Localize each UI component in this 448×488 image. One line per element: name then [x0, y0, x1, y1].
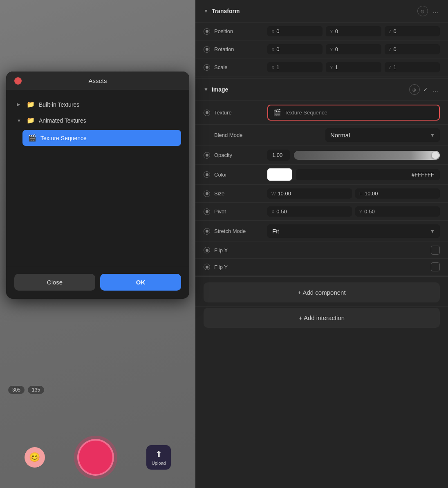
tree-item-built-in[interactable]: ▶ 📁 Built-in Textures	[14, 96, 181, 112]
size-radio[interactable]	[204, 190, 210, 197]
opacity-label: Opacity	[214, 152, 263, 158]
position-y-val: 0	[335, 28, 338, 34]
x-axis-label: X	[271, 29, 274, 34]
dialog-body: ▶ 📁 Built-in Textures ▼ 📁 Animated Textu…	[6, 90, 189, 152]
size-h-val: 10.00	[365, 190, 378, 197]
h-axis-label: H	[359, 191, 363, 196]
folder-icon: 📁	[27, 101, 35, 108]
opacity-slider-thumb[interactable]	[432, 152, 439, 159]
badge-bar: 305 135	[8, 386, 44, 394]
scale-z-val: 1	[393, 64, 396, 70]
px-axis-label: X	[271, 209, 274, 214]
close-button[interactable]: Close	[14, 274, 95, 291]
flip-y-radio[interactable]	[204, 264, 210, 270]
selected-item-label: Texture Sequence	[40, 135, 87, 141]
blend-mode-row: Blend Mode Normal ▼	[195, 125, 448, 146]
opacity-slider[interactable]	[294, 151, 440, 160]
size-w-val: 10.00	[278, 190, 291, 197]
pivot-y-field[interactable]: Y 0.50	[355, 206, 440, 217]
color-radio[interactable]	[204, 171, 210, 178]
add-interaction-button[interactable]: + Add interaction	[204, 308, 440, 328]
texture-seq-icon: 🎬	[273, 109, 281, 116]
stretch-dropdown-arrow-icon: ▼	[430, 228, 435, 234]
sz-axis-label: Z	[389, 65, 392, 70]
opacity-radio[interactable]	[204, 152, 210, 159]
texture-value-box[interactable]: 🎬 Texture Sequence	[267, 105, 440, 121]
chevron-right-icon: ▶	[17, 102, 22, 107]
transform-more-icon[interactable]: ...	[431, 7, 440, 15]
position-y-field[interactable]: Y 0	[326, 26, 381, 36]
flip-x-checkbox[interactable]	[431, 246, 440, 255]
add-component-button[interactable]: + Add component	[204, 282, 440, 302]
divider-1	[195, 276, 448, 277]
flip-x-radio[interactable]	[204, 247, 210, 253]
rx-axis-label: X	[271, 47, 274, 52]
badge-135: 135	[28, 386, 44, 394]
blend-mode-dropdown[interactable]: Normal ▼	[325, 128, 440, 142]
z-axis-label: Z	[389, 29, 392, 34]
texture-row: Texture 🎬 Texture Sequence	[195, 101, 448, 125]
scale-y-field[interactable]: Y 1	[326, 62, 381, 72]
scale-row: Scale X 1 Y 1 Z 1	[195, 58, 448, 76]
color-hex-value: #FFFFFF	[296, 169, 440, 180]
rotation-y-field[interactable]: Y 0	[326, 44, 381, 54]
tree-label-animated: Animated Textures	[39, 117, 86, 124]
dialog-close-dot[interactable]	[14, 77, 22, 85]
flip-y-checkbox[interactable]	[431, 262, 440, 271]
size-h-field[interactable]: H 10.00	[355, 188, 440, 199]
stretch-mode-label: Stretch Mode	[214, 228, 263, 234]
image-section-header: ▼ Image ◎ ✓ ...	[195, 78, 448, 101]
image-checkmark-icon[interactable]: ✓	[423, 86, 428, 93]
scale-z-field[interactable]: Z 1	[385, 62, 440, 72]
flip-y-row: Flip Y	[195, 259, 448, 275]
rotation-radio[interactable]	[204, 46, 210, 53]
scale-radio[interactable]	[204, 64, 210, 71]
size-wh-group: W 10.00 H 10.00	[267, 188, 440, 199]
scale-x-field[interactable]: X 1	[267, 62, 323, 72]
pivot-xy-group: X 0.50 Y 0.50	[267, 206, 440, 217]
divider-2	[195, 307, 448, 307]
size-w-field[interactable]: W 10.00	[267, 188, 352, 199]
image-target-icon[interactable]: ◎	[409, 84, 420, 95]
transform-target-icon[interactable]: ◎	[417, 6, 428, 16]
position-radio[interactable]	[204, 28, 210, 35]
rotation-x-val: 0	[276, 46, 279, 52]
stretch-mode-row: Stretch Mode Fit ▼	[195, 221, 448, 242]
position-x-field[interactable]: X 0	[267, 26, 323, 36]
upload-icon: ⬆	[155, 449, 162, 459]
position-xyz-group: X 0 Y 0 Z 0	[267, 26, 440, 36]
opacity-row: Opacity 1.00	[195, 146, 448, 165]
position-z-field[interactable]: Z 0	[385, 26, 440, 36]
texture-seq-value: Texture Sequence	[284, 110, 327, 116]
rotation-x-field[interactable]: X 0	[267, 44, 323, 54]
py-axis-label: Y	[359, 209, 362, 214]
texture-seq-dialog-icon: 🎬	[28, 134, 36, 142]
y-axis-label: Y	[330, 29, 333, 34]
ok-button[interactable]: OK	[100, 274, 181, 291]
scale-xyz-group: X 1 Y 1 Z 1	[267, 62, 440, 72]
blend-mode-value: Normal	[330, 132, 427, 139]
blend-mode-label: Blend Mode	[214, 132, 321, 138]
pivot-x-field[interactable]: X 0.50	[267, 206, 352, 217]
stretch-mode-dropdown[interactable]: Fit ▼	[267, 224, 440, 238]
texture-radio[interactable]	[204, 110, 210, 116]
pivot-radio[interactable]	[204, 208, 210, 215]
opacity-value: 1.00	[267, 150, 290, 161]
rotation-z-field[interactable]: Z 0	[385, 44, 440, 54]
tree-item-animated[interactable]: ▼ 📁 Animated Textures	[14, 112, 181, 128]
image-more-icon[interactable]: ...	[431, 86, 440, 93]
upload-box[interactable]: ⬆ Upload	[146, 445, 171, 470]
stretch-radio[interactable]	[204, 228, 210, 235]
rotation-label: Rotation	[214, 46, 263, 52]
position-row: Position X 0 Y 0 Z 0	[195, 22, 448, 40]
sx-axis-label: X	[271, 65, 274, 70]
tree-child: 🎬 Texture Sequence	[22, 130, 181, 146]
scale-y-val: 1	[335, 64, 338, 70]
color-swatch[interactable]	[267, 168, 292, 181]
badge-305: 305	[8, 386, 25, 394]
left-panel: 305 135 😊 ⬆ Upload Assets ▶ 📁 Built-in T…	[0, 0, 195, 488]
selected-item-texture-sequence[interactable]: 🎬 Texture Sequence	[22, 130, 181, 146]
color-row: Color #FFFFFF	[195, 165, 448, 185]
flip-y-label: Flip Y	[214, 264, 427, 270]
dialog-title: Assets	[88, 77, 107, 84]
